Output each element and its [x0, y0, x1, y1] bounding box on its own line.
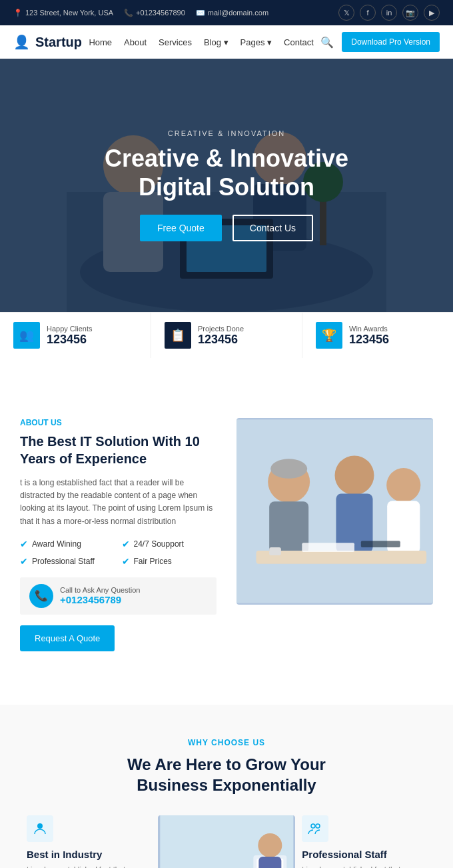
check-icon-4: ✔	[122, 556, 130, 567]
hero-buttons: Free Quote Contact Us	[105, 215, 348, 241]
hero-section: CREATIVE & INNOVATION Creative & Innovat…	[0, 59, 453, 312]
facebook-icon[interactable]: f	[360, 5, 376, 21]
about-body: t is a long established fact that a read…	[20, 477, 217, 528]
happy-clients-number: 123456	[47, 333, 92, 347]
about-section: About Us The Best IT Solution With 10 Ye…	[0, 385, 453, 685]
svg-rect-20	[302, 543, 354, 552]
svg-rect-22	[269, 547, 281, 555]
win-awards-number: 123456	[349, 333, 389, 347]
stat-happy-clients-text: Happy Clients 123456	[47, 325, 92, 347]
address-item: 📍 123 Street, New York, USA	[13, 9, 113, 17]
email-item: ✉️ mail@domain.com	[196, 9, 268, 17]
best-industry-icon	[27, 815, 53, 842]
nav-right: 🔍 Download Pro Version	[320, 32, 440, 52]
feature-label-1: Award Wining	[32, 539, 81, 549]
spacer-1	[0, 358, 453, 385]
feature-label-4: Fair Prices	[134, 557, 172, 566]
best-industry-title: Best in Industry	[27, 849, 151, 860]
phone-item: 📞 +01234567890	[124, 9, 185, 17]
why-title: We Are Here to Grow YourBusiness Exponen…	[20, 754, 433, 795]
projects-done-label: Projects Done	[198, 325, 244, 333]
feature-award-wining: ✔ Award Wining	[20, 539, 115, 549]
why-right-column: Professional Staff t is a long establish…	[295, 815, 433, 868]
stats-bar: 👥 Happy Clients 123456 📋 Projects Done 1…	[0, 312, 453, 358]
instagram-icon[interactable]: 📷	[402, 5, 418, 21]
hero-tag: CREATIVE & INNOVATION	[105, 129, 348, 137]
location-icon: 📍	[13, 9, 23, 17]
hero-content: CREATIVE & INNOVATION Creative & Innovat…	[91, 103, 362, 268]
why-item-best-industry: Best in Industry t is a long established…	[20, 815, 158, 868]
svg-point-37	[316, 824, 320, 828]
happy-clients-icon: 👥	[13, 322, 40, 349]
about-features: ✔ Award Wining ✔ 24/7 Soupport ✔ Profess…	[20, 539, 217, 567]
happy-clients-label: Happy Clients	[47, 325, 92, 333]
svg-point-14	[270, 459, 307, 479]
call-phone-icon: 📞	[29, 584, 53, 608]
nav-services[interactable]: Services	[159, 37, 192, 47]
search-icon[interactable]: 🔍	[320, 36, 334, 49]
about-right	[236, 418, 433, 605]
logo-icon: 👤	[13, 34, 30, 50]
stat-win-awards: 🏆 Win Awards 123456	[302, 313, 453, 358]
request-quote-button[interactable]: Request A Quote	[20, 625, 115, 651]
projects-done-icon: 📋	[165, 322, 191, 349]
phone-icon: 📞	[124, 9, 133, 17]
contact-us-button[interactable]: Contact Us	[232, 215, 313, 241]
check-icon-3: ✔	[20, 556, 28, 567]
email-text: mail@domain.com	[208, 9, 268, 17]
email-icon: ✉️	[196, 9, 205, 17]
professional-staff-title: Professional Staff	[302, 849, 426, 860]
nav-pages[interactable]: Pages ▾	[240, 37, 272, 47]
svg-rect-21	[361, 541, 400, 547]
stat-win-awards-text: Win Awards 123456	[349, 325, 389, 347]
feature-247-support: ✔ 24/7 Soupport	[122, 539, 217, 549]
about-left: About Us The Best IT Solution With 10 Ye…	[20, 418, 217, 651]
address-text: 123 Street, New York, USA	[25, 9, 113, 17]
about-image	[236, 418, 433, 605]
why-section: WHY CHOOSE US We Are Here to Grow YourBu…	[0, 705, 453, 868]
linkedin-icon[interactable]: in	[381, 5, 397, 21]
svg-point-28	[258, 833, 282, 857]
nav-about[interactable]: About	[124, 37, 147, 47]
svg-rect-19	[256, 551, 427, 564]
professional-staff-body: t is a long established fact that a read…	[302, 864, 426, 868]
why-center-image	[158, 815, 296, 868]
svg-rect-29	[258, 857, 281, 868]
twitter-icon[interactable]: 𝕏	[338, 5, 354, 21]
feature-professional-staff: ✔ Professional Staff	[20, 556, 115, 567]
stat-projects-done-text: Projects Done 123456	[198, 325, 244, 347]
about-tag: About Us	[20, 418, 217, 427]
why-grid: Best in Industry t is a long established…	[20, 815, 433, 868]
call-number: +0123456789	[60, 594, 140, 605]
svg-point-36	[311, 824, 315, 828]
best-industry-body: t is a long established fact that a read…	[27, 864, 151, 868]
youtube-icon[interactable]: ▶	[424, 5, 440, 21]
check-icon-2: ✔	[122, 539, 130, 549]
nav-blog[interactable]: Blog ▾	[204, 37, 228, 47]
download-pro-button[interactable]: Download Pro Version	[342, 32, 440, 52]
logo-text: Startup	[35, 35, 82, 50]
call-label: Call to Ask Any Question	[60, 586, 140, 594]
feature-label-2: 24/7 Soupport	[134, 539, 184, 549]
why-tag: WHY CHOOSE US	[20, 738, 433, 747]
top-bar-contact: 📍 123 Street, New York, USA 📞 +012345678…	[13, 9, 268, 17]
svg-point-17	[386, 468, 420, 502]
social-links: 𝕏 f in 📷 ▶	[338, 5, 440, 21]
top-bar: 📍 123 Street, New York, USA 📞 +012345678…	[0, 0, 453, 25]
professional-staff-icon	[302, 815, 328, 842]
win-awards-label: Win Awards	[349, 325, 389, 333]
projects-done-number: 123456	[198, 333, 244, 347]
stat-projects-done: 📋 Projects Done 123456	[151, 313, 302, 358]
svg-point-15	[335, 455, 374, 495]
free-quote-button[interactable]: Free Quote	[140, 215, 222, 241]
win-awards-icon: 🏆	[316, 322, 342, 349]
feature-label-3: Professional Staff	[32, 557, 95, 566]
nav-links: Home About Services Blog ▾ Pages ▾ Conta…	[89, 37, 313, 47]
nav-contact[interactable]: Contact	[284, 37, 314, 47]
about-title: The Best IT Solution With 10 Years of Ex…	[20, 433, 217, 467]
site-logo[interactable]: 👤 Startup	[13, 34, 82, 50]
hero-title: Creative & InnovativeDigital Solution	[105, 144, 348, 201]
svg-point-23	[37, 823, 43, 829]
nav-home[interactable]: Home	[89, 37, 112, 47]
call-box: 📞 Call to Ask Any Question +0123456789	[20, 577, 217, 615]
